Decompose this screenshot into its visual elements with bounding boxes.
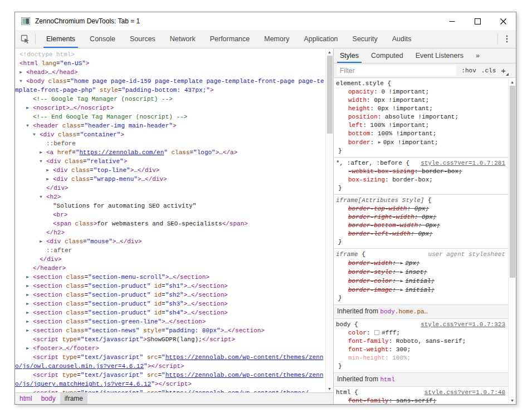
dom-tree-line[interactable]: <!doctype html> bbox=[15, 50, 325, 59]
dom-tree-line[interactable]: </header> bbox=[15, 264, 325, 273]
css-property[interactable]: border-image: ▶initial; bbox=[336, 286, 505, 294]
css-property[interactable]: left: 100% !important; bbox=[336, 121, 505, 130]
dom-tree-line[interactable]: ▼<div class="container"> bbox=[15, 130, 325, 139]
rule-selector[interactable]: *, :after, :before bbox=[336, 159, 402, 168]
tab-console[interactable]: Console bbox=[82, 30, 123, 48]
expand-value-icon[interactable]: ▶ bbox=[400, 287, 403, 292]
toggle-hover-state-button[interactable]: :hov bbox=[461, 67, 476, 74]
tab-performance[interactable]: Performance bbox=[203, 30, 257, 48]
expand-arrow-icon[interactable]: ▶ bbox=[26, 104, 33, 112]
tab-security[interactable]: Security bbox=[345, 30, 385, 48]
styles-filter-input[interactable] bbox=[337, 65, 456, 76]
css-property[interactable]: border-color: ▶initial; bbox=[336, 277, 505, 286]
css-property[interactable]: bottom: 100% !important; bbox=[336, 130, 505, 138]
expand-value-icon[interactable]: ▶ bbox=[378, 140, 381, 145]
dom-tree-line[interactable]: <script type="text/javascript" src="http… bbox=[15, 389, 325, 392]
expand-arrow-icon[interactable]: ▶ bbox=[26, 291, 33, 299]
more-tabs-icon[interactable]: » bbox=[470, 48, 486, 63]
dom-tree-line[interactable]: ▶<section class="section-green-line">…</… bbox=[15, 317, 325, 326]
expand-arrow-icon[interactable]: ▶ bbox=[46, 166, 53, 175]
expand-arrow-icon[interactable]: ▶ bbox=[26, 273, 33, 282]
scrollbar-thumb[interactable] bbox=[510, 86, 515, 278]
color-swatch[interactable] bbox=[374, 330, 379, 335]
breadcrumb-iframe[interactable]: iframe bbox=[60, 393, 87, 404]
css-property[interactable]: min-height: 100%; bbox=[336, 354, 505, 362]
collapse-arrow-icon[interactable]: ▼ bbox=[40, 193, 46, 201]
tab-memory[interactable]: Memory bbox=[257, 30, 296, 48]
css-property[interactable]: border-bottom-width: 0px; bbox=[336, 222, 505, 230]
dom-tree-line[interactable]: <!-- Google Tag Manager (noscript) --> bbox=[15, 95, 325, 104]
tab-elements[interactable]: Elements bbox=[39, 30, 82, 48]
css-property[interactable]: font-weight: 300; bbox=[336, 346, 505, 354]
dom-tree-line[interactable]: </h2> bbox=[15, 228, 325, 237]
new-style-rule-button[interactable]: + bbox=[501, 66, 506, 75]
css-property[interactable]: border-style: ▶inset; bbox=[336, 268, 505, 277]
expand-value-icon[interactable]: ▶ bbox=[400, 269, 403, 274]
dom-tree-line[interactable]: ::before bbox=[15, 139, 325, 148]
rule-selector[interactable]: iframe[Attributes Style] bbox=[336, 196, 424, 205]
css-property[interactable]: border-width: ▶2px; bbox=[336, 259, 505, 268]
inherited-node-link[interactable]: html bbox=[380, 376, 394, 383]
expand-arrow-icon[interactable]: ▶ bbox=[26, 344, 33, 353]
close-button[interactable] bbox=[490, 12, 516, 30]
toggle-classes-button[interactable]: .cls bbox=[481, 67, 496, 74]
expand-arrow-icon[interactable]: ▶ bbox=[26, 326, 33, 335]
expand-arrow-icon[interactable]: ▶ bbox=[26, 299, 33, 308]
css-property[interactable]: border-left-width: 0px; bbox=[336, 230, 505, 238]
dom-tree-line[interactable]: ▶<noscript>…</noscript> bbox=[15, 104, 325, 112]
expand-arrow-icon[interactable]: ▶ bbox=[26, 308, 33, 317]
css-property[interactable]: opacity: 0 !important; bbox=[336, 88, 505, 96]
rule-selector[interactable]: body bbox=[336, 321, 350, 329]
scrollbar-thumb[interactable] bbox=[327, 56, 333, 134]
scroll-down-icon[interactable]: ▼ bbox=[326, 385, 333, 392]
expand-arrow-icon[interactable]: ▶ bbox=[26, 282, 33, 291]
stylesheet-link[interactable]: style.css?ver=1.0.7:281 bbox=[416, 159, 505, 168]
expand-value-icon[interactable]: ▶ bbox=[400, 278, 403, 283]
dom-tree-line[interactable]: ▶<div class="wrapp-menu">…</div> bbox=[15, 175, 325, 184]
dom-tree-line[interactable]: ▶<div class="top-line">…</div> bbox=[15, 166, 325, 175]
dom-tree-scrollbar[interactable]: ▲ ▼ bbox=[325, 48, 333, 392]
css-property[interactable]: box-sizing: border-box; bbox=[336, 176, 505, 184]
tab-network[interactable]: Network bbox=[163, 30, 203, 48]
expand-arrow-icon[interactable]: ▶ bbox=[26, 317, 33, 326]
dom-tree-line[interactable]: ▶<div class="mouse">…</div> bbox=[15, 237, 325, 246]
dom-tree-line[interactable]: ▶<footer>…</footer> bbox=[15, 344, 325, 353]
dom-tree-line[interactable]: </div> bbox=[15, 255, 325, 264]
css-property[interactable]: color: #fff; bbox=[336, 329, 505, 337]
rule-selector[interactable]: iframe bbox=[336, 250, 358, 259]
css-property[interactable]: font-family: Roboto, sans-serif; bbox=[336, 337, 505, 346]
dom-tree-line[interactable]: ▶<section class="section-pruduct" id="sh… bbox=[15, 308, 325, 317]
inspect-element-icon[interactable] bbox=[15, 30, 35, 48]
breadcrumb-body[interactable]: body bbox=[37, 393, 60, 404]
css-property[interactable]: font-family: sans-serif; bbox=[336, 397, 505, 404]
collapse-arrow-icon[interactable]: ▼ bbox=[40, 157, 46, 166]
inherited-node-link[interactable]: body bbox=[380, 308, 394, 315]
css-property[interactable]: -webkit-box-sizing: border-box; bbox=[336, 168, 505, 176]
collapse-arrow-icon[interactable]: ▼ bbox=[26, 121, 33, 130]
dom-tree-line[interactable]: ▶<section class="section-pruduct" id="sh… bbox=[15, 299, 325, 308]
dom-tree-line[interactable]: <script type="text/javascript" src="http… bbox=[15, 371, 325, 389]
more-options-icon[interactable] bbox=[498, 30, 516, 48]
scroll-up-icon[interactable]: ▲ bbox=[326, 48, 333, 56]
dom-tree-line[interactable]: ▶<head>…</head> bbox=[15, 68, 325, 77]
dom-tree-line[interactable]: ▼<h2> bbox=[15, 193, 325, 201]
css-property[interactable]: border: ▶0px !important; bbox=[336, 138, 505, 147]
sidebar-tab-styles[interactable]: Styles bbox=[334, 48, 365, 63]
maximize-button[interactable] bbox=[465, 12, 490, 30]
stylesheet-link[interactable]: style.css?ver=1.0.7:48 bbox=[420, 389, 505, 397]
scroll-down-icon[interactable]: ▼ bbox=[509, 397, 516, 404]
dom-tree-line[interactable]: <span class>for webmasters and SEO-speci… bbox=[15, 219, 325, 228]
dom-tree-line[interactable]: <br> bbox=[15, 210, 325, 219]
css-property[interactable]: border-right-width: 0px; bbox=[336, 213, 505, 222]
expand-value-icon[interactable]: ▶ bbox=[400, 260, 403, 265]
dom-tree-line[interactable]: ▶<a href="https://zennolab.com/en" class… bbox=[15, 148, 325, 157]
css-property[interactable]: position: absolute !important; bbox=[336, 113, 505, 121]
dom-tree-line[interactable]: ▶<section class="section-pruduct" id="sh… bbox=[15, 282, 325, 291]
expand-arrow-icon[interactable]: ▶ bbox=[40, 148, 46, 157]
sidebar-tab-computed[interactable]: Computed bbox=[365, 48, 409, 63]
sidebar-tab-event-listeners[interactable]: Event Listeners bbox=[409, 48, 470, 63]
tab-sources[interactable]: Sources bbox=[123, 30, 163, 48]
css-property[interactable]: width: 0px !important; bbox=[336, 96, 505, 105]
dom-tree-line[interactable]: ::after bbox=[15, 246, 325, 255]
collapse-arrow-icon[interactable]: ▼ bbox=[19, 77, 26, 86]
